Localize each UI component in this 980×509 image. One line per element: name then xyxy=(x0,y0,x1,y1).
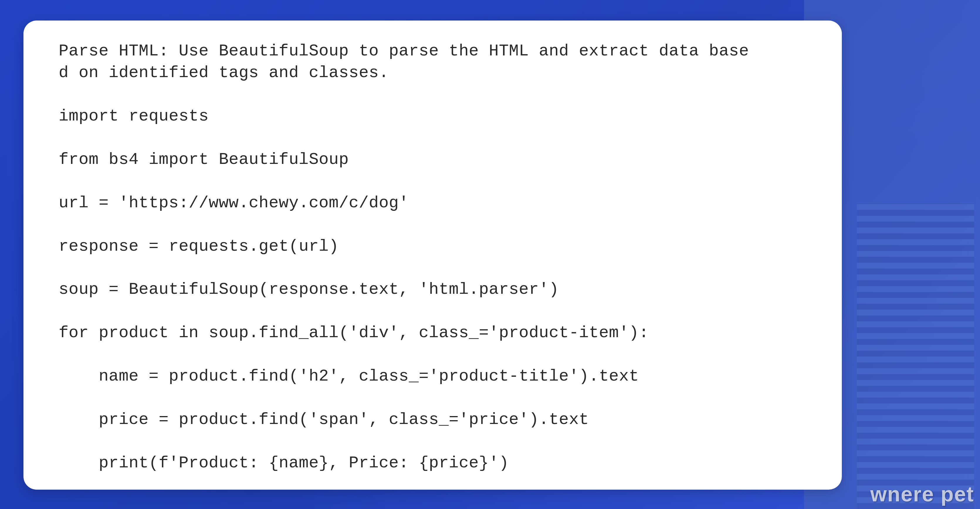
code-comment-line-2: d on identified tags and classes. xyxy=(59,62,807,84)
code-import-requests: import requests xyxy=(59,106,807,127)
code-card: Parse HTML: Use BeautifulSoup to parse t… xyxy=(24,21,842,490)
blank-line xyxy=(59,171,807,192)
code-block: Parse HTML: Use BeautifulSoup to parse t… xyxy=(59,40,807,474)
blank-line xyxy=(59,431,807,452)
blank-line xyxy=(59,214,807,236)
code-url-assignment: url = 'https://www.chewy.com/c/dog' xyxy=(59,192,807,214)
code-for-loop: for product in soup.find_all('div', clas… xyxy=(59,322,807,344)
code-comment-line-1: Parse HTML: Use BeautifulSoup to parse t… xyxy=(59,40,807,62)
code-soup-assignment: soup = BeautifulSoup(response.text, 'htm… xyxy=(59,279,807,301)
blank-line xyxy=(59,127,807,149)
code-price-assignment: price = product.find('span', class_='pri… xyxy=(59,409,807,431)
code-name-assignment: name = product.find('h2', class_='produc… xyxy=(59,366,807,387)
code-print-statement: print(f'Product: {name}, Price: {price}'… xyxy=(59,452,807,474)
watermark-text: wnere pet xyxy=(870,482,974,506)
blank-line xyxy=(59,84,807,106)
blank-line xyxy=(59,344,807,366)
blank-line xyxy=(59,387,807,409)
blank-line xyxy=(59,301,807,322)
blank-line xyxy=(59,257,807,279)
code-response-assignment: response = requests.get(url) xyxy=(59,236,807,257)
code-import-bs4: from bs4 import BeautifulSoup xyxy=(59,149,807,171)
